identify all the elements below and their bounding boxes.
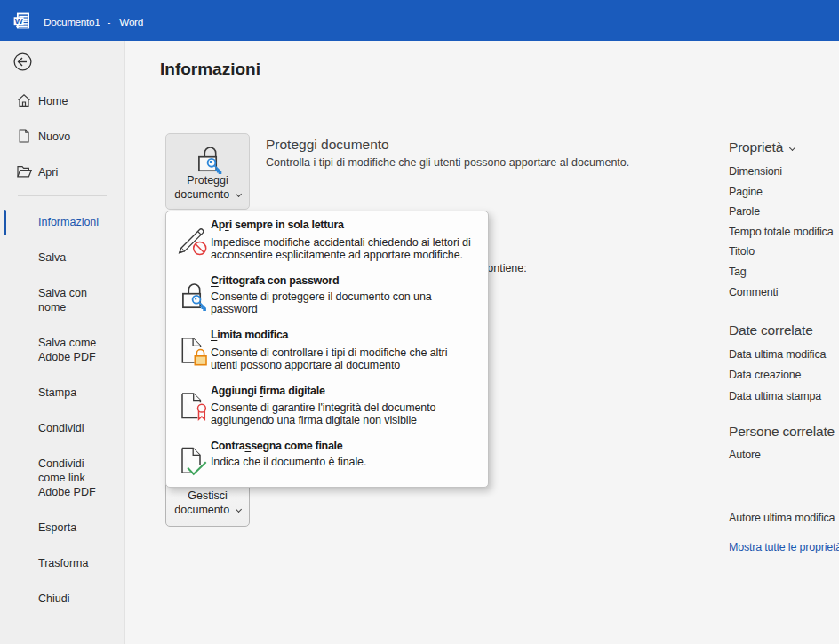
svg-text:W: W [15, 16, 23, 26]
